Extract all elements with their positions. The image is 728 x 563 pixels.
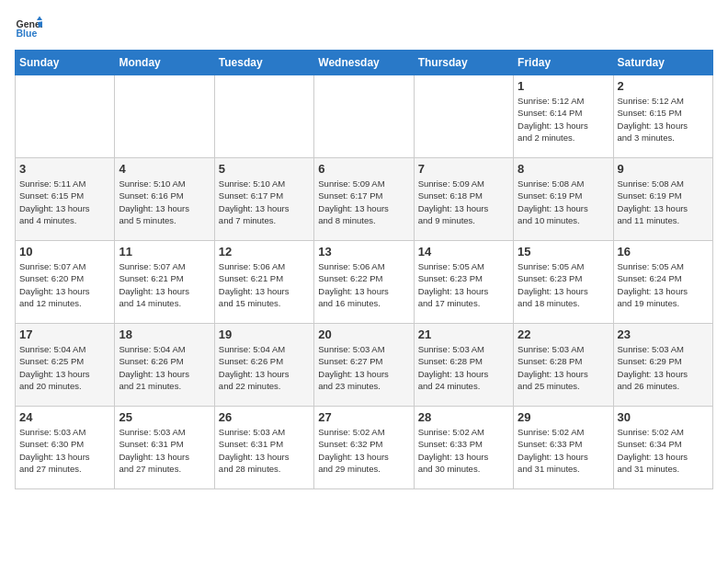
weekday-header-friday: Friday [514,51,613,75]
svg-text:Blue: Blue [17,28,38,39]
weekday-header-sunday: Sunday [16,51,115,75]
day-number: 24 [19,410,110,424]
calendar-table: SundayMondayTuesdayWednesdayThursdayFrid… [15,50,713,489]
calendar-cell: 3Sunrise: 5:11 AM Sunset: 6:15 PM Daylig… [16,158,115,241]
day-info: Sunrise: 5:08 AM Sunset: 6:19 PM Dayligh… [518,178,609,226]
calendar-cell: 10Sunrise: 5:07 AM Sunset: 6:20 PM Dayli… [16,241,115,324]
day-number: 28 [418,410,509,424]
calendar-cell: 9Sunrise: 5:08 AM Sunset: 6:19 PM Daylig… [613,158,712,241]
calendar-cell: 29Sunrise: 5:02 AM Sunset: 6:33 PM Dayli… [514,407,613,489]
day-info: Sunrise: 5:03 AM Sunset: 6:31 PM Dayligh… [219,426,310,475]
weekday-header-thursday: Thursday [414,51,513,75]
day-info: Sunrise: 5:02 AM Sunset: 6:34 PM Dayligh… [618,426,709,475]
day-info: Sunrise: 5:03 AM Sunset: 6:28 PM Dayligh… [518,343,609,392]
day-info: Sunrise: 5:02 AM Sunset: 6:33 PM Dayligh… [418,426,509,475]
day-number: 3 [19,162,110,176]
day-number: 18 [119,327,210,341]
calendar-cell: 20Sunrise: 5:03 AM Sunset: 6:27 PM Dayli… [314,324,414,407]
calendar-cell: 17Sunrise: 5:04 AM Sunset: 6:25 PM Dayli… [16,324,115,407]
calendar-cell: 11Sunrise: 5:07 AM Sunset: 6:21 PM Dayli… [115,241,214,324]
calendar-body: 1Sunrise: 5:12 AM Sunset: 6:14 PM Daylig… [16,75,713,489]
day-info: Sunrise: 5:11 AM Sunset: 6:15 PM Dayligh… [19,178,110,226]
calendar-cell: 7Sunrise: 5:09 AM Sunset: 6:18 PM Daylig… [414,158,513,241]
calendar-cell: 19Sunrise: 5:04 AM Sunset: 6:26 PM Dayli… [214,324,313,407]
header: General Blue [15,15,713,42]
weekday-header-saturday: Saturday [613,51,712,75]
day-info: Sunrise: 5:03 AM Sunset: 6:27 PM Dayligh… [318,343,409,392]
calendar-cell: 30Sunrise: 5:02 AM Sunset: 6:34 PM Dayli… [613,407,712,489]
weekday-header-monday: Monday [115,51,214,75]
day-info: Sunrise: 5:07 AM Sunset: 6:21 PM Dayligh… [119,260,210,309]
calendar-cell [16,75,115,158]
day-number: 6 [318,162,409,176]
weekday-header-wednesday: Wednesday [314,51,414,75]
day-number: 25 [119,410,210,424]
day-number: 2 [618,79,709,93]
day-number: 26 [219,410,310,424]
day-number: 15 [518,245,609,259]
calendar-cell: 15Sunrise: 5:05 AM Sunset: 6:23 PM Dayli… [514,241,613,324]
calendar-cell: 6Sunrise: 5:09 AM Sunset: 6:17 PM Daylig… [314,158,414,241]
day-number: 23 [618,327,709,341]
calendar-cell: 1Sunrise: 5:12 AM Sunset: 6:14 PM Daylig… [514,75,613,158]
day-info: Sunrise: 5:10 AM Sunset: 6:16 PM Dayligh… [119,178,210,226]
day-info: Sunrise: 5:03 AM Sunset: 6:29 PM Dayligh… [618,343,709,392]
calendar-cell: 22Sunrise: 5:03 AM Sunset: 6:28 PM Dayli… [514,324,613,407]
day-number: 27 [318,410,409,424]
calendar-cell: 23Sunrise: 5:03 AM Sunset: 6:29 PM Dayli… [613,324,712,407]
day-info: Sunrise: 5:05 AM Sunset: 6:23 PM Dayligh… [418,260,509,309]
day-number: 17 [19,327,110,341]
calendar-cell: 26Sunrise: 5:03 AM Sunset: 6:31 PM Dayli… [214,407,313,489]
day-number: 16 [618,245,709,259]
day-info: Sunrise: 5:03 AM Sunset: 6:31 PM Dayligh… [119,426,210,475]
calendar-cell: 25Sunrise: 5:03 AM Sunset: 6:31 PM Dayli… [115,407,214,489]
calendar-header: SundayMondayTuesdayWednesdayThursdayFrid… [16,51,713,75]
day-info: Sunrise: 5:04 AM Sunset: 6:25 PM Dayligh… [19,343,110,392]
day-info: Sunrise: 5:09 AM Sunset: 6:18 PM Dayligh… [418,178,509,226]
logo-icon: General Blue [15,15,42,42]
calendar-cell: 28Sunrise: 5:02 AM Sunset: 6:33 PM Dayli… [414,407,513,489]
calendar-cell: 4Sunrise: 5:10 AM Sunset: 6:16 PM Daylig… [115,158,214,241]
calendar-week-row: 10Sunrise: 5:07 AM Sunset: 6:20 PM Dayli… [16,241,713,324]
calendar-cell [214,75,313,158]
day-number: 20 [318,327,409,341]
day-info: Sunrise: 5:10 AM Sunset: 6:17 PM Dayligh… [219,178,310,226]
calendar-week-row: 3Sunrise: 5:11 AM Sunset: 6:15 PM Daylig… [16,158,713,241]
day-number: 5 [219,162,310,176]
day-number: 12 [219,245,310,259]
calendar-cell: 21Sunrise: 5:03 AM Sunset: 6:28 PM Dayli… [414,324,513,407]
day-info: Sunrise: 5:05 AM Sunset: 6:24 PM Dayligh… [618,260,709,309]
day-number: 4 [119,162,210,176]
weekday-header-tuesday: Tuesday [214,51,313,75]
calendar-cell: 13Sunrise: 5:06 AM Sunset: 6:22 PM Dayli… [314,241,414,324]
day-info: Sunrise: 5:06 AM Sunset: 6:21 PM Dayligh… [219,260,310,309]
calendar-cell: 24Sunrise: 5:03 AM Sunset: 6:30 PM Dayli… [16,407,115,489]
day-number: 21 [418,327,509,341]
day-number: 8 [518,162,609,176]
calendar-cell: 5Sunrise: 5:10 AM Sunset: 6:17 PM Daylig… [214,158,313,241]
calendar-cell: 8Sunrise: 5:08 AM Sunset: 6:19 PM Daylig… [514,158,613,241]
day-number: 7 [418,162,509,176]
calendar-cell: 18Sunrise: 5:04 AM Sunset: 6:26 PM Dayli… [115,324,214,407]
calendar-cell [314,75,414,158]
day-info: Sunrise: 5:12 AM Sunset: 6:14 PM Dayligh… [518,95,609,144]
day-info: Sunrise: 5:12 AM Sunset: 6:15 PM Dayligh… [618,95,709,144]
calendar-cell: 16Sunrise: 5:05 AM Sunset: 6:24 PM Dayli… [613,241,712,324]
day-number: 9 [618,162,709,176]
calendar-week-row: 1Sunrise: 5:12 AM Sunset: 6:14 PM Daylig… [16,75,713,158]
day-info: Sunrise: 5:04 AM Sunset: 6:26 PM Dayligh… [219,343,310,392]
calendar-cell: 14Sunrise: 5:05 AM Sunset: 6:23 PM Dayli… [414,241,513,324]
day-info: Sunrise: 5:02 AM Sunset: 6:33 PM Dayligh… [518,426,609,475]
day-info: Sunrise: 5:08 AM Sunset: 6:19 PM Dayligh… [618,178,709,226]
day-number: 13 [318,245,409,259]
calendar-cell: 12Sunrise: 5:06 AM Sunset: 6:21 PM Dayli… [214,241,313,324]
weekday-header-row: SundayMondayTuesdayWednesdayThursdayFrid… [16,51,713,75]
logo: General Blue [15,15,46,42]
calendar-week-row: 24Sunrise: 5:03 AM Sunset: 6:30 PM Dayli… [16,407,713,489]
day-info: Sunrise: 5:03 AM Sunset: 6:30 PM Dayligh… [19,426,110,475]
day-number: 1 [518,79,609,93]
calendar-cell [414,75,513,158]
day-number: 14 [418,245,509,259]
calendar-cell: 27Sunrise: 5:02 AM Sunset: 6:32 PM Dayli… [314,407,414,489]
day-number: 11 [119,245,210,259]
